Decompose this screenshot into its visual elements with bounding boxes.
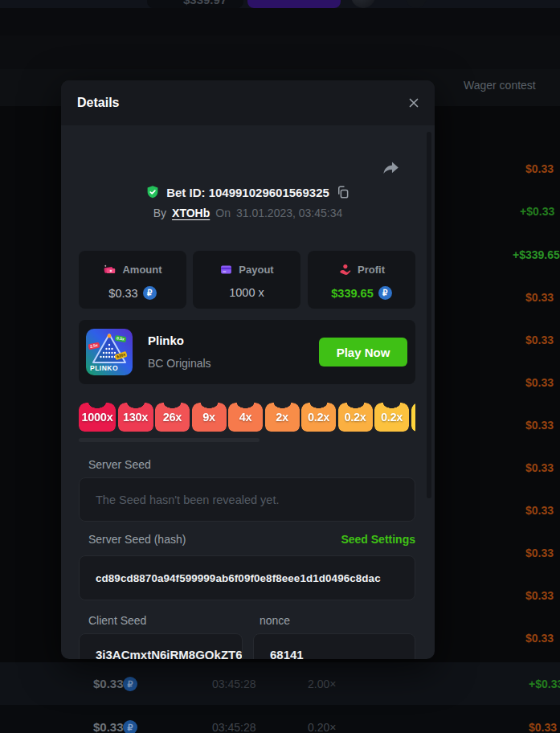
top-navbar: $339.97 [0, 0, 560, 8]
stat-payout: Payout 1000 x [193, 251, 300, 309]
nonce-value: 68141 [270, 648, 304, 659]
client-seed-value: 3i3ACmxtN6iRM8GQkZT6 [96, 648, 243, 659]
multiplier-chip: 9x [192, 403, 227, 432]
server-seed-field[interactable]: The Seed hasn't been revealed yet. [79, 477, 415, 522]
multiplier-chip: 0.2x [411, 403, 416, 432]
copy-icon[interactable] [336, 185, 350, 199]
bet-multiplier: 2.00× [308, 678, 336, 690]
server-seed-hash-label: Server Seed (hash) [88, 533, 186, 546]
stat-profit: Profit $339.65 ₽ [308, 251, 415, 309]
bet-profit-value: $0.33 [525, 504, 554, 517]
bet-profit-value: $0.33 [525, 632, 554, 645]
multiplier-chip: 26x [155, 403, 190, 432]
on-label: On [215, 207, 231, 219]
multiplier-chip: 0.2x [338, 403, 373, 432]
client-seed-field[interactable]: 3i3ACmxtN6iRM8GQkZT6 [79, 633, 243, 659]
bet-amount: $0.33 [93, 677, 124, 690]
banknotes-icon [103, 263, 116, 276]
bet-multiplier: 0.20× [308, 721, 336, 733]
bet-id-row: Bet ID: 104991029601569325 [61, 183, 435, 201]
ruble-coin-icon: ₽ [123, 720, 137, 733]
horizontal-scrollbar[interactable] [79, 438, 260, 442]
user-avatar[interactable] [351, 0, 375, 8]
server-seed-label: Server Seed [88, 458, 151, 471]
bet-profit-value: $0.33 [525, 419, 554, 432]
bet-profit-value: $0.33 [525, 589, 554, 602]
notification-orb[interactable] [406, 0, 427, 8]
multiplier-chip: 0.2x [301, 403, 336, 432]
seed-settings-link[interactable]: Seed Settings [341, 533, 415, 546]
bet-profit: +$0.33 [529, 678, 560, 690]
bet-profit-value: $0.33 [525, 547, 554, 559]
tile-label: PLINKO [90, 364, 118, 372]
wager-contest-tab[interactable]: Wager contest [464, 79, 536, 92]
game-card: 2.5x 0.5x 620x PLINKO Plinko BC Original… [79, 320, 415, 384]
multiplier-chip: 4x [228, 403, 263, 432]
bet-history-row[interactable]: $0.33 ₽ 03:45:28 0.20× $0.33 [0, 705, 560, 733]
verified-shield-icon [145, 185, 160, 199]
multiplier-chip: 130x [118, 403, 153, 432]
multiplier-chip: 1000x [79, 403, 116, 432]
bet-id-text: Bet ID: 104991029601569325 [166, 186, 329, 199]
stat-profit-value: $339.65 [331, 287, 373, 300]
bet-profit-value: $0.33 [525, 291, 554, 304]
background-band [0, 35, 560, 69]
stat-amount-value: $0.33 [108, 287, 137, 300]
bet-amount: $0.33 [93, 720, 124, 733]
bet-time: 03:45:28 [212, 721, 256, 733]
username-link[interactable]: XTOHb [172, 207, 210, 219]
ruble-coin-icon: ₽ [378, 286, 392, 300]
wallet-balance: $339.97 [183, 0, 227, 6]
play-now-button[interactable]: Play Now [319, 338, 407, 366]
bet-byline: By XTOHb On 31.01.2023, 03:45:34 [61, 206, 435, 220]
modal-title: Details [77, 96, 119, 110]
ruble-coin-icon: ₽ [143, 286, 157, 300]
server-seed-placeholder: The Seed hasn't been revealed yet. [80, 493, 279, 506]
background-band [0, 8, 560, 35]
ruble-coin-icon: ₽ [123, 677, 137, 691]
server-seed-hash-field[interactable]: cd89cd8870a94f599999ab6f09f0e8f8eee1d1d0… [79, 555, 415, 600]
modal-scrollbar[interactable] [427, 132, 431, 498]
bet-details-modal: Details Bet ID: 104991029601569325 By XT… [61, 80, 435, 659]
bet-history-row[interactable]: $0.33 ₽ 03:45:28 2.00× +$0.33 [0, 662, 560, 705]
nonce-field[interactable]: 68141 [253, 633, 415, 659]
close-icon[interactable] [407, 96, 421, 110]
share-icon[interactable] [380, 158, 401, 179]
page-root: { "page": { "topbar": { "balance": "$339… [0, 0, 560, 733]
multiplier-chip: 0.2x [374, 403, 409, 432]
bet-time: 03:45:28 [212, 678, 256, 690]
deposit-button[interactable] [247, 0, 341, 8]
multiplier-chip: 2x [265, 403, 300, 432]
game-name: Plinko [148, 334, 184, 347]
stat-payout-value: 1000 x [229, 286, 264, 299]
credit-card-icon [219, 263, 233, 276]
stat-label: Payout [239, 264, 273, 276]
nonce-label: nonce [260, 614, 290, 627]
multiplier-strip: 1000x 130x 26x 9x 4x 2x 0.2x 0.2x 0.2x 0… [79, 403, 415, 432]
bet-profit-value: $0.33 [525, 334, 554, 346]
game-provider: BC Originals [148, 357, 211, 370]
bet-profit-value: +$339.65 [513, 248, 560, 261]
bet-datetime: 31.01.2023, 03:45:34 [236, 207, 342, 219]
stat-label: Amount [122, 264, 161, 276]
plinko-game-tile[interactable]: 2.5x 0.5x 620x PLINKO [86, 329, 133, 375]
bet-profit-value: $0.33 [525, 461, 554, 474]
bet-profit-value: +$0.33 [520, 205, 554, 218]
stat-label: Profit [358, 264, 385, 276]
client-seed-label: Client Seed [88, 614, 146, 627]
by-label: By [153, 207, 166, 219]
bet-profit: $0.33 [529, 721, 557, 733]
bet-profit-value: $0.33 [525, 376, 554, 389]
stat-amount: Amount $0.33 ₽ [79, 251, 186, 309]
server-seed-hash-value: cd89cd8870a94f599999ab6f09f0e8f8eee1d1d0… [80, 572, 381, 584]
hand-coin-icon [338, 263, 352, 276]
bet-profit-value: $0.33 [525, 162, 554, 175]
modal-header: Details [61, 80, 435, 125]
